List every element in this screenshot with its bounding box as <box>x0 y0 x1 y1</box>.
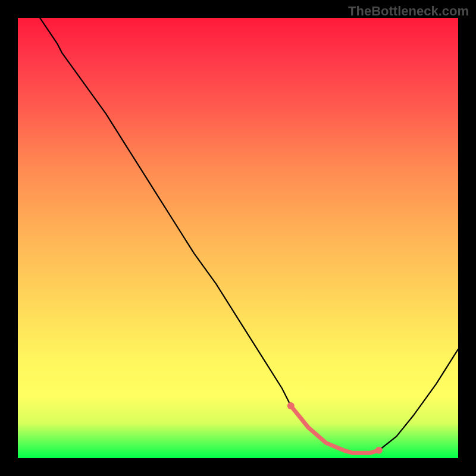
watermark-text: TheBottleneck.com <box>348 4 469 19</box>
plot-area <box>18 18 458 458</box>
main-curve <box>40 18 458 453</box>
highlight-segment <box>291 406 379 453</box>
chart-container: TheBottleneck.com <box>0 0 476 476</box>
highlight-dot <box>287 402 295 409</box>
highlight-dot <box>375 447 383 454</box>
chart-overlay <box>18 18 458 458</box>
